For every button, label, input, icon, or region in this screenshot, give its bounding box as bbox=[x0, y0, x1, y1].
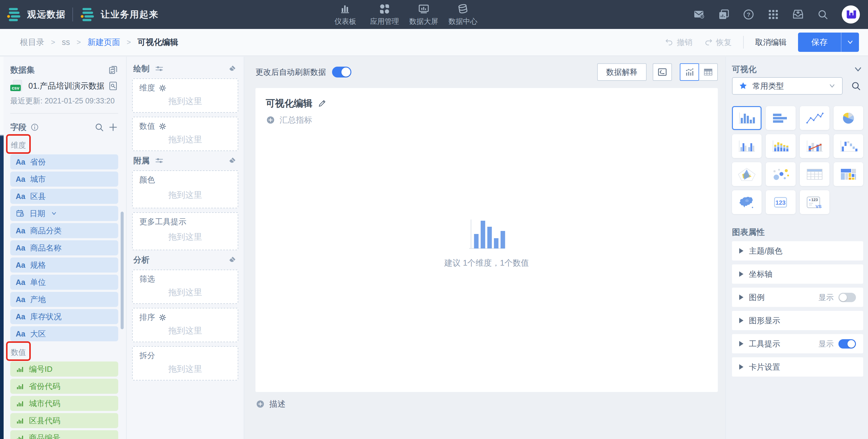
dimension-field[interactable]: Aa大区 bbox=[10, 326, 118, 341]
measure-field[interactable]: 城市代码 bbox=[10, 396, 118, 411]
field-label: 省份代码 bbox=[29, 381, 60, 391]
message-icon[interactable] bbox=[693, 8, 705, 21]
drop-zone[interactable]: 筛选拖到这里 bbox=[132, 270, 238, 304]
field-label: 单位 bbox=[30, 277, 46, 288]
dimension-field[interactable]: Aa区县 bbox=[10, 189, 118, 204]
grouped-bar-chart-tile[interactable] bbox=[732, 134, 762, 158]
dimension-field[interactable]: 日期 bbox=[10, 206, 118, 221]
dimension-field[interactable]: Aa商品分类 bbox=[10, 223, 118, 238]
drop-zone[interactable]: 颜色拖到这里 bbox=[132, 170, 238, 208]
eraser-icon[interactable] bbox=[227, 156, 237, 165]
dimension-field[interactable]: Aa规格 bbox=[10, 257, 118, 273]
user-avatar[interactable] bbox=[841, 5, 860, 24]
guanyuan-logo-icon[interactable] bbox=[6, 6, 22, 23]
add-summary-metric-button[interactable]: 汇总指标 bbox=[266, 115, 708, 125]
horizontal-bar-chart-tile[interactable] bbox=[766, 106, 795, 130]
nav-item-appmgmt[interactable]: 应用管理 bbox=[369, 3, 400, 26]
gear-icon[interactable] bbox=[158, 122, 167, 131]
fields-scrollbar[interactable] bbox=[121, 212, 124, 329]
waterfall-chart-tile[interactable] bbox=[834, 134, 863, 158]
drop-zone-placeholder: 拖到这里 bbox=[140, 131, 238, 148]
breadcrumb-item[interactable]: ss bbox=[62, 38, 70, 47]
field-search-icon[interactable] bbox=[94, 122, 104, 132]
drop-zone[interactable]: 数值拖到这里 bbox=[132, 117, 238, 151]
breadcrumb-item[interactable]: 新建页面 bbox=[88, 37, 120, 48]
comparison-card-tile[interactable]: 123VS bbox=[800, 190, 829, 214]
property-row[interactable]: 图形显示 bbox=[732, 311, 863, 330]
measure-field[interactable]: 省份代码 bbox=[10, 379, 118, 394]
add-description-button[interactable]: 描述 bbox=[255, 399, 718, 409]
auto-refresh-toggle[interactable] bbox=[332, 67, 351, 77]
cancel-edit-button[interactable]: 取消编辑 bbox=[755, 37, 786, 48]
bar-chart-tile[interactable] bbox=[732, 106, 762, 130]
pie-chart-tile[interactable] bbox=[834, 106, 863, 130]
dimension-field[interactable]: Aa城市 bbox=[10, 171, 118, 187]
map-chart-tile[interactable] bbox=[732, 190, 762, 214]
redo-button[interactable]: 恢复 bbox=[704, 37, 732, 48]
drop-zone-title: 维度 bbox=[140, 83, 155, 93]
edit-title-icon[interactable] bbox=[317, 99, 327, 108]
chart-type-select[interactable]: 常用类型 bbox=[732, 77, 843, 95]
undo-button[interactable]: 撤销 bbox=[665, 37, 692, 48]
app-grid-icon[interactable] bbox=[767, 8, 779, 21]
gear-icon[interactable] bbox=[158, 313, 167, 322]
search-icon[interactable] bbox=[817, 8, 829, 21]
nav-item-label: 仪表板 bbox=[335, 17, 356, 26]
save-button[interactable]: 保存 bbox=[798, 33, 859, 52]
scatter-chart-tile[interactable] bbox=[766, 162, 795, 186]
measure-field[interactable]: 商品编号 bbox=[10, 430, 118, 439]
table-chart-tile[interactable] bbox=[800, 162, 829, 186]
property-row[interactable]: 坐标轴 bbox=[732, 264, 863, 284]
drop-zone[interactable]: 拆分拖到这里 bbox=[132, 346, 238, 380]
property-row[interactable]: 工具提示显示 bbox=[732, 334, 863, 353]
dimension-field[interactable]: Aa产地 bbox=[10, 292, 118, 307]
dimension-field[interactable]: Aa库存状况 bbox=[10, 309, 118, 324]
info-icon[interactable] bbox=[30, 123, 39, 132]
drop-zone[interactable]: 维度拖到这里 bbox=[132, 79, 238, 113]
measure-field[interactable]: 编号ID bbox=[10, 362, 118, 377]
collapse-panel-icon[interactable] bbox=[853, 64, 863, 74]
dimension-field[interactable]: Aa单位 bbox=[10, 275, 118, 290]
chart-type-search-icon[interactable] bbox=[850, 81, 861, 91]
add-field-icon[interactable] bbox=[108, 122, 118, 132]
sliders-icon[interactable] bbox=[154, 64, 164, 73]
show-toggle[interactable] bbox=[838, 339, 856, 349]
show-toggle[interactable] bbox=[838, 293, 856, 302]
drop-zone[interactable]: 排序拖到这里 bbox=[132, 308, 238, 342]
data-explain-button[interactable]: 数据解释 bbox=[597, 63, 647, 81]
workspace-logo-icon[interactable] bbox=[80, 6, 96, 23]
gear-icon[interactable] bbox=[158, 84, 167, 93]
breadcrumb-item[interactable]: 根目录 bbox=[20, 37, 44, 48]
dimension-field[interactable]: Aa省份 bbox=[10, 154, 118, 169]
eraser-icon[interactable] bbox=[227, 255, 237, 265]
code-editor-button[interactable] bbox=[653, 63, 672, 81]
dataset-title: 数据集 bbox=[10, 65, 35, 75]
save-dropdown-button[interactable] bbox=[841, 33, 859, 52]
stacked-bar-chart-tile[interactable] bbox=[766, 134, 795, 158]
dimension-field[interactable]: Aa商品名称 bbox=[10, 240, 118, 255]
property-row[interactable]: 图例显示 bbox=[732, 288, 863, 307]
sliders-icon[interactable] bbox=[154, 156, 164, 165]
nav-item-dashboard[interactable]: 仪表板 bbox=[330, 3, 361, 26]
eraser-icon[interactable] bbox=[227, 64, 237, 73]
help-icon[interactable]: ? bbox=[743, 8, 754, 21]
line-chart-tile[interactable] bbox=[800, 106, 829, 130]
drop-zone[interactable]: 更多工具提示拖到这里 bbox=[132, 212, 238, 250]
nav-item-bigscreen[interactable]: 数据大屏 bbox=[409, 3, 439, 26]
number-card-tile[interactable]: 123 bbox=[766, 190, 795, 214]
chart-view-button[interactable] bbox=[680, 63, 699, 81]
preview-dataset-icon[interactable] bbox=[108, 81, 118, 91]
property-row[interactable]: 卡片设置 bbox=[732, 357, 863, 377]
dataset-row[interactable]: csv 01.产品培训演示数据… bbox=[10, 80, 118, 92]
switch-dataset-icon[interactable] bbox=[108, 65, 118, 75]
toolbar-actions: 撤销 恢复 取消编辑 保存 bbox=[665, 33, 859, 52]
treemap-chart-tile[interactable] bbox=[834, 162, 863, 186]
nav-item-datacenter[interactable]: 数据中心 bbox=[448, 3, 478, 26]
combo-chart-tile[interactable] bbox=[800, 134, 829, 158]
download-center-icon[interactable] bbox=[792, 8, 804, 21]
radar-chart-tile[interactable] bbox=[732, 162, 762, 186]
report-icon[interactable] bbox=[718, 8, 730, 21]
property-row[interactable]: 主题/颜色 bbox=[732, 241, 863, 260]
table-view-button[interactable] bbox=[699, 63, 718, 81]
measure-field[interactable]: 区县代码 bbox=[10, 413, 118, 428]
